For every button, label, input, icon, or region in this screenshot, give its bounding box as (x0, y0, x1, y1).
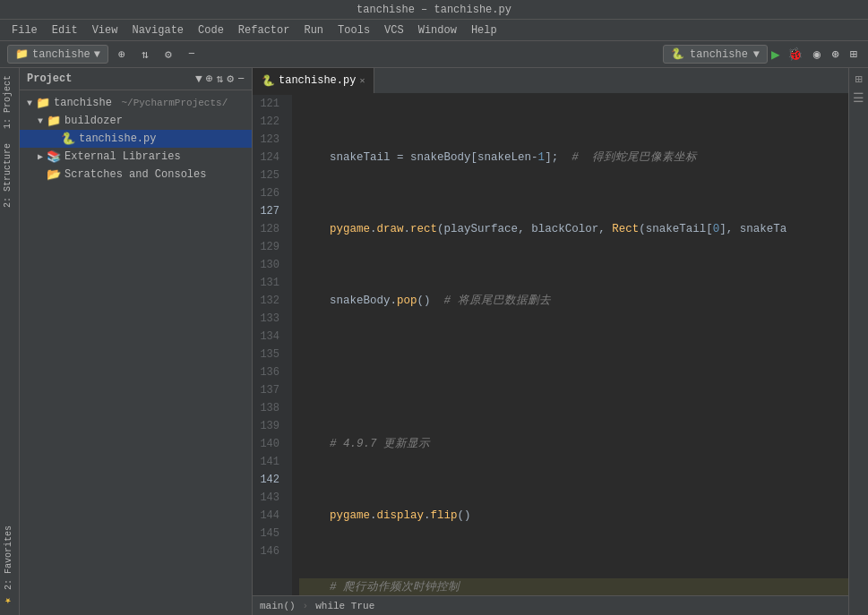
code-line-126: pygame.display.flip() (299, 507, 848, 525)
file-tree: ▼ 📁 tanchishe ~/PycharmProjects/ ▼ 📁 bui… (20, 90, 252, 615)
menu-bar: File Edit View Navigate Code Refactor Ru… (0, 20, 868, 41)
tree-item-tanchishe-root[interactable]: ▼ 📁 tanchishe ~/PycharmProjects/ (20, 94, 252, 112)
menu-navigate[interactable]: Navigate (125, 22, 190, 38)
code-content[interactable]: snakeTail = snakeBody[snakeLen-1]; # 得到蛇… (292, 95, 848, 595)
code-line-123: snakeBody.pop() # 将原尾巴数据删去 (299, 292, 848, 310)
menu-edit[interactable]: Edit (46, 22, 84, 38)
collapse-btn[interactable]: − (182, 45, 202, 64)
chevron-down-icon: ▼ (94, 48, 100, 61)
line-num-142: 142 (253, 471, 287, 489)
toolbar: 📁 tanchishe ▼ ⊕ ⇅ ⚙ − 🐍 tanchishe ▼ ▶ 🐞 … (0, 41, 868, 68)
project-sync-icon[interactable]: ⇅ (217, 72, 224, 86)
run-config-dropdown[interactable]: 🐍 tanchishe ▼ (663, 45, 768, 64)
menu-window[interactable]: Window (412, 22, 463, 38)
python-run-icon: 🐍 (671, 47, 684, 61)
line-num-134: 134 (253, 328, 287, 346)
project-header: Project ▼ ⊕ ⇅ ⚙ − (20, 68, 252, 90)
project-title: Project (27, 73, 192, 85)
menu-vcs[interactable]: VCS (378, 22, 410, 38)
tree-arrow-file (52, 134, 57, 144)
add-btn[interactable]: ⊕ (112, 45, 132, 64)
line-num-146: 146 (253, 542, 287, 560)
tree-arrow-ext-libs: ▶ (38, 151, 43, 162)
project-collapse-icon[interactable]: − (237, 73, 245, 86)
line-num-135: 135 (253, 346, 287, 363)
menu-view[interactable]: View (86, 22, 125, 38)
title-bar: tanchishe – tanchishe.py (0, 0, 868, 20)
line-num-122: 122 (253, 113, 287, 131)
code-editor[interactable]: 121 122 123 124 125 126 127 128 129 130 … (253, 95, 848, 595)
tab-tanchishe-py[interactable]: 🐍 tanchishe.py ✕ (253, 68, 374, 93)
right-tool-btn-2[interactable]: ☰ (853, 90, 864, 106)
code-line-125: # 4.9.7 更新显示 (299, 435, 848, 453)
tab-label: tanchishe.py (279, 74, 356, 87)
breadcrumb-while-true: while True (315, 601, 374, 611)
line-num-128: 128 (253, 220, 287, 238)
line-num-138: 138 (253, 399, 287, 417)
tree-item-external-libs[interactable]: ▶ 📚 External Libraries (20, 148, 252, 166)
code-line-122: pygame.draw.rect(playSurface, blackColor… (299, 220, 848, 238)
line-num-127: 127 (253, 202, 287, 220)
tab-close-btn[interactable]: ✕ (359, 75, 365, 86)
line-num-140: 140 (253, 435, 287, 453)
line-numbers: 121 122 123 124 125 126 127 128 129 130 … (253, 95, 292, 595)
line-num-143: 143 (253, 489, 287, 507)
profile-button[interactable]: ⊛ (828, 45, 842, 64)
line-num-121: 121 (253, 95, 287, 113)
debug-button[interactable]: 🐞 (784, 45, 806, 64)
line-num-136: 136 (253, 363, 287, 381)
line-num-123: 123 (253, 131, 287, 149)
python-file-icon: 🐍 (61, 132, 75, 146)
run-button[interactable]: ▶ (771, 46, 780, 64)
menu-tools[interactable]: Tools (331, 22, 376, 38)
menu-refactor[interactable]: Refactor (232, 22, 296, 38)
project-settings-icon[interactable]: ⚙ (227, 72, 234, 86)
project-name: tanchishe (32, 48, 90, 61)
menu-file[interactable]: File (5, 22, 44, 38)
run-config-chevron: ▼ (753, 48, 760, 61)
concurrency-button[interactable]: ⊞ (847, 45, 861, 64)
breadcrumb-main: main() (260, 601, 296, 611)
menu-code[interactable]: Code (192, 22, 230, 38)
settings-btn[interactable]: ⚙ (159, 45, 178, 64)
line-num-132: 132 (253, 292, 287, 310)
main-area: 1: Project 2: Structure ★ 2: Favorites P… (0, 68, 868, 615)
folder-root-icon: 📁 (36, 96, 50, 110)
line-num-139: 139 (253, 417, 287, 435)
line-num-124: 124 (253, 149, 287, 167)
project-chevron[interactable]: ▼ (195, 73, 202, 86)
code-line-121: snakeTail = snakeBody[snakeLen-1]; # 得到蛇… (299, 149, 848, 167)
folder-extlibs-icon: 📚 (47, 149, 61, 164)
tree-item-scratches[interactable]: 📂 Scratches and Consoles (20, 166, 252, 184)
line-num-137: 137 (253, 381, 287, 399)
line-num-130: 130 (253, 256, 287, 274)
editor-area: 🐍 tanchishe.py ✕ 121 122 123 124 125 126… (253, 68, 848, 615)
left-side-tools: 1: Project 2: Structure ★ 2: Favorites (0, 68, 20, 615)
project-dropdown[interactable]: 📁 tanchishe ▼ (7, 45, 108, 64)
line-num-125: 125 (253, 167, 287, 184)
line-num-129: 129 (253, 238, 287, 256)
coverage-button[interactable]: ◉ (810, 45, 824, 64)
project-panel: Project ▼ ⊕ ⇅ ⚙ − ▼ 📁 tanchishe ~/Pychar… (20, 68, 253, 615)
sidebar-item-structure[interactable]: 2: Structure (0, 136, 19, 215)
folder-buildozer-icon: 📁 (47, 114, 61, 128)
menu-run[interactable]: Run (297, 22, 330, 38)
code-line-124 (299, 363, 848, 381)
tab-python-icon: 🐍 (262, 74, 275, 88)
title-text: tanchishe – tanchishe.py (357, 4, 511, 16)
right-side-tools: ⊞ ☰ (848, 68, 868, 615)
sync-btn[interactable]: ⇅ (135, 45, 155, 64)
project-add-icon[interactable]: ⊕ (206, 72, 213, 86)
breadcrumb-sep: › (303, 601, 309, 611)
sidebar-item-favorites[interactable]: ★ 2: Favorites (0, 518, 19, 615)
menu-help[interactable]: Help (465, 22, 503, 38)
line-num-126: 126 (253, 184, 287, 202)
right-tool-btn-1[interactable]: ⊞ (855, 72, 862, 87)
sidebar-item-project[interactable]: 1: Project (0, 68, 19, 136)
tree-arrow-scratches (38, 170, 43, 180)
tree-item-buildozer[interactable]: ▼ 📁 buildozer (20, 112, 252, 130)
line-num-141: 141 (253, 453, 287, 471)
line-num-131: 131 (253, 274, 287, 292)
tree-item-tanchishe-py[interactable]: 🐍 tanchishe.py (20, 130, 252, 148)
tabs-bar: 🐍 tanchishe.py ✕ (253, 68, 848, 95)
